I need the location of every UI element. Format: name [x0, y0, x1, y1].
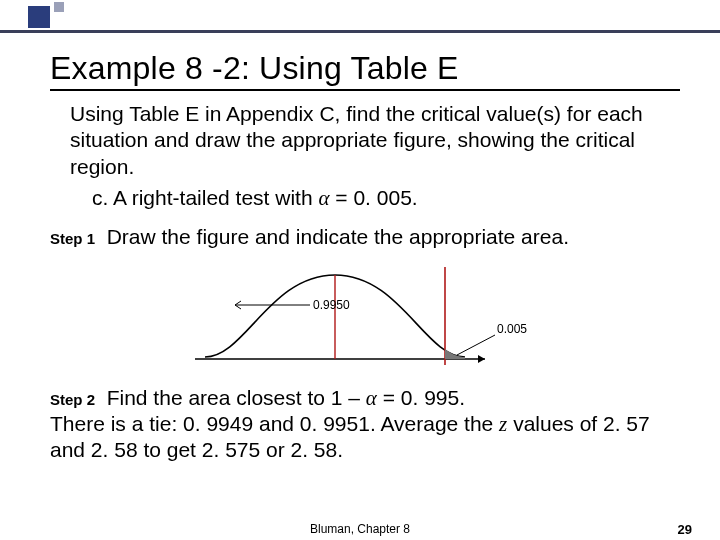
step-2-label: Step 2	[50, 391, 95, 408]
slide-title: Example 8 -2: Using Table E	[50, 50, 680, 91]
subpart-text-2: = 0. 005.	[330, 186, 418, 209]
footer-page-number: 29	[678, 522, 692, 537]
step-2-block: Step 2 Find the area closest to 1 – α = …	[50, 385, 680, 464]
alpha-symbol: α	[318, 186, 329, 210]
step-2-text-1b: = 0. 995.	[377, 386, 465, 409]
footer-chapter: Bluman, Chapter 8	[310, 522, 410, 536]
critical-region-shade	[445, 349, 465, 359]
right-area-label: 0.005	[497, 322, 527, 336]
subpart-text-1: A right-tailed test with	[113, 186, 318, 209]
slide-content: Example 8 -2: Using Table E Using Table …	[50, 50, 680, 464]
step-2-text-2a: There is a tie: 0. 9949 and 0. 9951. Ave…	[50, 412, 499, 435]
axis-arrow-icon	[478, 355, 485, 363]
figure-container: 0.9950 0.005	[50, 257, 680, 377]
step-1-text: Draw the figure and indicate the appropr…	[107, 225, 569, 248]
left-area-arrowhead-2	[235, 305, 241, 309]
step-1-line: Step 1 Draw the figure and indicate the …	[50, 225, 680, 249]
alpha-symbol-2: α	[366, 386, 377, 410]
deco-square-large	[28, 6, 50, 28]
step-2-text-1a: Find the area closest to 1 –	[107, 386, 366, 409]
problem-statement: Using Table E in Appendix C, find the cr…	[70, 101, 680, 180]
problem-subpart: c. A right-tailed test with α = 0. 005.	[92, 186, 680, 211]
subpart-label: c.	[92, 186, 108, 209]
right-area-leader	[457, 335, 495, 355]
left-area-label: 0.9950	[313, 298, 350, 312]
step-1-label: Step 1	[50, 230, 95, 247]
deco-rule	[0, 30, 720, 33]
left-area-arrowhead-1	[235, 301, 241, 305]
slide-corner-decoration	[0, 0, 140, 34]
normal-curve-figure: 0.9950 0.005	[175, 257, 555, 377]
deco-square-small	[54, 2, 64, 12]
